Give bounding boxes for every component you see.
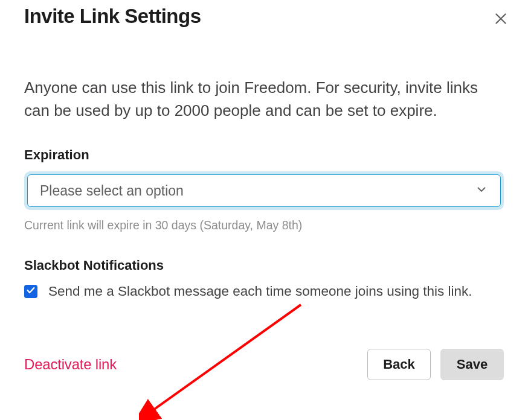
modal-description: Anyone can use this link to join Freedom… [24,77,495,122]
expiration-select[interactable]: Please select an option [27,174,501,207]
expiration-label: Expiration [24,147,504,163]
close-button[interactable] [491,8,511,31]
notifications-checkbox-label[interactable]: Send me a Slackbot message each time som… [48,282,472,302]
invite-link-settings-modal: Invite Link Settings Anyone can use this… [0,0,528,392]
notifications-checkbox[interactable] [24,285,37,298]
notifications-label: Slackbot Notifications [24,258,504,273]
close-icon [493,11,509,28]
expiration-select-placeholder: Please select an option [40,183,475,199]
save-button[interactable]: Save [440,349,504,380]
expiration-helper-text: Current link will expire in 30 days (Sat… [24,218,504,232]
chevron-down-icon [475,183,488,199]
notifications-checkbox-row: Send me a Slackbot message each time som… [24,282,504,302]
modal-footer: Deactivate link Back Save [24,349,504,380]
modal-title: Invite Link Settings [24,5,201,28]
back-button[interactable]: Back [367,349,431,380]
deactivate-link[interactable]: Deactivate link [24,356,117,373]
modal-header: Invite Link Settings [24,5,504,31]
check-icon [26,285,36,298]
footer-button-group: Back Save [367,349,504,380]
expiration-select-wrapper: Please select an option [24,171,504,210]
